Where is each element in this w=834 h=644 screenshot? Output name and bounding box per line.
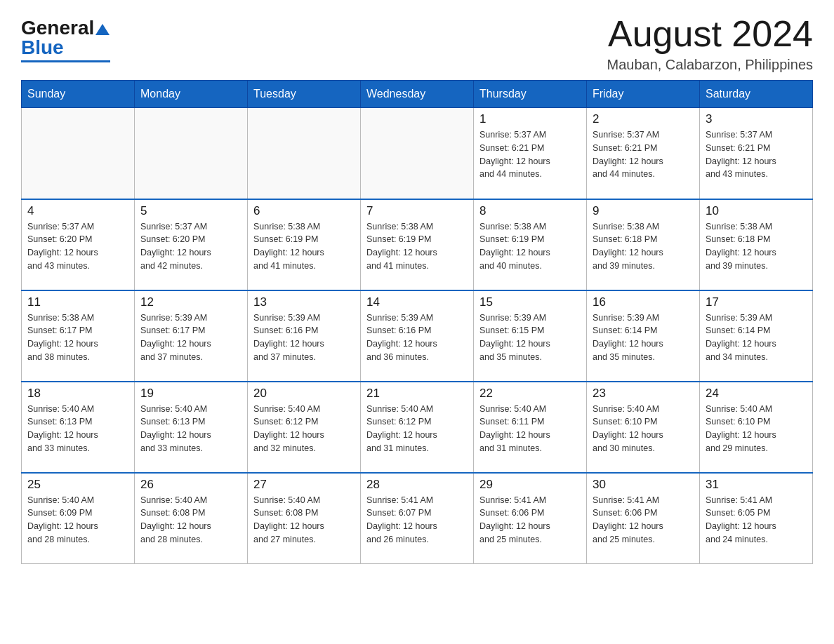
day-info: Sunrise: 5:37 AMSunset: 6:21 PMDaylight:… (706, 128, 807, 181)
calendar-cell (248, 108, 361, 199)
calendar-cell: 20Sunrise: 5:40 AMSunset: 6:12 PMDayligh… (248, 382, 361, 473)
calendar-week-row: 4Sunrise: 5:37 AMSunset: 6:20 PMDaylight… (22, 199, 813, 290)
logo: General Blue (21, 14, 110, 62)
calendar-week-row: 25Sunrise: 5:40 AMSunset: 6:09 PMDayligh… (22, 473, 813, 564)
calendar-cell (135, 108, 248, 199)
calendar-cell: 10Sunrise: 5:38 AMSunset: 6:18 PMDayligh… (700, 199, 813, 290)
day-info: Sunrise: 5:41 AMSunset: 6:06 PMDaylight:… (593, 494, 694, 546)
day-number: 29 (479, 478, 581, 492)
day-info: Sunrise: 5:37 AMSunset: 6:21 PMDaylight:… (479, 128, 581, 181)
calendar-cell (22, 108, 135, 199)
calendar-header-friday: Friday (587, 81, 700, 108)
day-number: 17 (706, 295, 807, 309)
calendar-cell: 23Sunrise: 5:40 AMSunset: 6:10 PMDayligh… (587, 382, 700, 473)
day-info: Sunrise: 5:37 AMSunset: 6:20 PMDaylight:… (27, 220, 128, 273)
day-info: Sunrise: 5:41 AMSunset: 6:07 PMDaylight:… (366, 494, 468, 546)
calendar-cell: 19Sunrise: 5:40 AMSunset: 6:13 PMDayligh… (135, 382, 248, 473)
calendar-cell: 14Sunrise: 5:39 AMSunset: 6:16 PMDayligh… (361, 290, 474, 382)
day-number: 28 (366, 478, 468, 492)
day-number: 19 (140, 387, 241, 401)
month-title: August 2024 (607, 14, 813, 54)
calendar-week-row: 1Sunrise: 5:37 AMSunset: 6:21 PMDaylight… (22, 108, 813, 199)
calendar-cell: 22Sunrise: 5:40 AMSunset: 6:11 PMDayligh… (474, 382, 587, 473)
calendar-cell: 8Sunrise: 5:38 AMSunset: 6:19 PMDaylight… (474, 199, 587, 290)
calendar-cell: 28Sunrise: 5:41 AMSunset: 6:07 PMDayligh… (361, 473, 474, 564)
day-info: Sunrise: 5:41 AMSunset: 6:06 PMDaylight:… (479, 494, 581, 546)
day-number: 20 (253, 387, 355, 401)
day-number: 8 (479, 204, 581, 218)
day-info: Sunrise: 5:37 AMSunset: 6:20 PMDaylight:… (140, 220, 241, 273)
calendar-week-row: 11Sunrise: 5:38 AMSunset: 6:17 PMDayligh… (22, 290, 813, 382)
day-number: 5 (140, 204, 241, 218)
logo-underline (21, 60, 110, 62)
calendar-header-sunday: Sunday (22, 81, 135, 108)
calendar-header-thursday: Thursday (474, 81, 587, 108)
calendar-header-saturday: Saturday (700, 81, 813, 108)
calendar-cell: 3Sunrise: 5:37 AMSunset: 6:21 PMDaylight… (700, 108, 813, 199)
day-info: Sunrise: 5:38 AMSunset: 6:18 PMDaylight:… (706, 220, 807, 273)
day-number: 26 (140, 478, 241, 492)
day-info: Sunrise: 5:39 AMSunset: 6:16 PMDaylight:… (253, 311, 355, 364)
day-info: Sunrise: 5:40 AMSunset: 6:09 PMDaylight:… (27, 494, 128, 546)
day-info: Sunrise: 5:38 AMSunset: 6:19 PMDaylight:… (253, 220, 355, 273)
day-number: 13 (253, 295, 355, 309)
day-info: Sunrise: 5:40 AMSunset: 6:12 PMDaylight:… (253, 403, 355, 455)
day-number: 11 (27, 295, 128, 309)
day-number: 24 (706, 387, 807, 401)
day-number: 14 (366, 295, 468, 309)
calendar-cell: 29Sunrise: 5:41 AMSunset: 6:06 PMDayligh… (474, 473, 587, 564)
calendar-cell: 12Sunrise: 5:39 AMSunset: 6:17 PMDayligh… (135, 290, 248, 382)
day-number: 3 (706, 112, 807, 126)
day-number: 22 (479, 387, 581, 401)
day-number: 15 (479, 295, 581, 309)
calendar-cell: 9Sunrise: 5:38 AMSunset: 6:18 PMDaylight… (587, 199, 700, 290)
calendar-cell: 30Sunrise: 5:41 AMSunset: 6:06 PMDayligh… (587, 473, 700, 564)
day-info: Sunrise: 5:38 AMSunset: 6:17 PMDaylight:… (27, 311, 128, 364)
day-number: 4 (27, 204, 128, 218)
calendar-header-tuesday: Tuesday (248, 81, 361, 108)
calendar-cell: 18Sunrise: 5:40 AMSunset: 6:13 PMDayligh… (22, 382, 135, 473)
calendar-cell: 2Sunrise: 5:37 AMSunset: 6:21 PMDaylight… (587, 108, 700, 199)
day-info: Sunrise: 5:41 AMSunset: 6:05 PMDaylight:… (706, 494, 807, 546)
day-info: Sunrise: 5:40 AMSunset: 6:10 PMDaylight:… (706, 403, 807, 455)
calendar-cell: 1Sunrise: 5:37 AMSunset: 6:21 PMDaylight… (474, 108, 587, 199)
calendar-header-wednesday: Wednesday (361, 81, 474, 108)
page-header: General Blue August 2024 Mauban, Calabar… (21, 14, 813, 73)
calendar-cell: 13Sunrise: 5:39 AMSunset: 6:16 PMDayligh… (248, 290, 361, 382)
day-info: Sunrise: 5:39 AMSunset: 6:14 PMDaylight:… (593, 311, 694, 364)
logo-blue-text: Blue (21, 36, 64, 58)
day-number: 18 (27, 387, 128, 401)
day-number: 27 (253, 478, 355, 492)
day-info: Sunrise: 5:40 AMSunset: 6:12 PMDaylight:… (366, 403, 468, 455)
calendar-cell: 21Sunrise: 5:40 AMSunset: 6:12 PMDayligh… (361, 382, 474, 473)
day-info: Sunrise: 5:37 AMSunset: 6:21 PMDaylight:… (593, 128, 694, 181)
day-number: 7 (366, 204, 468, 218)
day-number: 21 (366, 387, 468, 401)
day-number: 12 (140, 295, 241, 309)
day-number: 23 (593, 387, 694, 401)
calendar-cell: 4Sunrise: 5:37 AMSunset: 6:20 PMDaylight… (22, 199, 135, 290)
calendar-cell: 11Sunrise: 5:38 AMSunset: 6:17 PMDayligh… (22, 290, 135, 382)
day-number: 25 (27, 478, 128, 492)
location-text: Mauban, Calabarzon, Philippines (607, 57, 813, 73)
day-number: 16 (593, 295, 694, 309)
calendar-header-monday: Monday (135, 81, 248, 108)
calendar-cell: 27Sunrise: 5:40 AMSunset: 6:08 PMDayligh… (248, 473, 361, 564)
day-info: Sunrise: 5:39 AMSunset: 6:17 PMDaylight:… (140, 311, 241, 364)
day-number: 2 (593, 112, 694, 126)
calendar-header-row: SundayMondayTuesdayWednesdayThursdayFrid… (22, 81, 813, 108)
calendar-cell (361, 108, 474, 199)
calendar-week-row: 18Sunrise: 5:40 AMSunset: 6:13 PMDayligh… (22, 382, 813, 473)
calendar-cell: 17Sunrise: 5:39 AMSunset: 6:14 PMDayligh… (700, 290, 813, 382)
day-number: 10 (706, 204, 807, 218)
day-number: 1 (479, 112, 581, 126)
calendar-cell: 24Sunrise: 5:40 AMSunset: 6:10 PMDayligh… (700, 382, 813, 473)
day-number: 30 (593, 478, 694, 492)
day-number: 31 (706, 478, 807, 492)
calendar-cell: 5Sunrise: 5:37 AMSunset: 6:20 PMDaylight… (135, 199, 248, 290)
day-number: 6 (253, 204, 355, 218)
calendar-cell: 26Sunrise: 5:40 AMSunset: 6:08 PMDayligh… (135, 473, 248, 564)
calendar-cell: 31Sunrise: 5:41 AMSunset: 6:05 PMDayligh… (700, 473, 813, 564)
day-info: Sunrise: 5:40 AMSunset: 6:11 PMDaylight:… (479, 403, 581, 455)
day-info: Sunrise: 5:39 AMSunset: 6:14 PMDaylight:… (706, 311, 807, 364)
